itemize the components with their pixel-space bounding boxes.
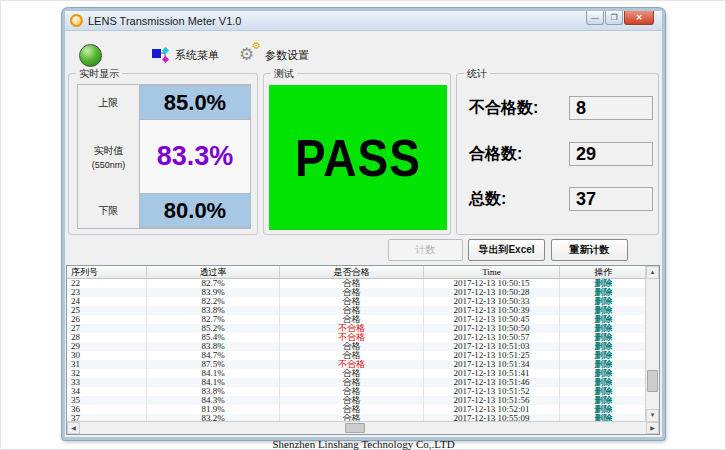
delete-link[interactable]: 删除 xyxy=(560,351,647,360)
table-row: 2785.2%不合格2017-12-13 10:50:50删除 xyxy=(67,324,659,333)
app-window: LENS Transmission Meter V1.0 — ❐ ✕ 系统菜单 … xyxy=(62,8,665,440)
cell-serial: 34 xyxy=(67,387,147,396)
cell-transmittance: 87.5% xyxy=(147,360,280,369)
cell-result: 合格 xyxy=(280,369,424,378)
cell-serial: 32 xyxy=(67,369,147,378)
table-row: 2682.7%合格2017-12-13 10:50:45删除 xyxy=(67,315,659,324)
cell-time: 2017-12-13 10:51:03 xyxy=(424,342,560,351)
cell-time: 2017-12-13 10:51:56 xyxy=(424,396,560,405)
table-row: 3284.1%合格2017-12-13 10:51:41删除 xyxy=(67,369,659,378)
cell-time: 2017-12-13 10:50:33 xyxy=(424,297,560,306)
upper-limit-value: 85.0% xyxy=(139,85,250,120)
delete-link[interactable]: 删除 xyxy=(560,297,647,306)
header-transmittance: 透过率 xyxy=(147,266,280,278)
pass-count-value: 29 xyxy=(569,142,653,166)
cell-result: 合格 xyxy=(280,315,424,324)
table-row: 2282.7%合格2017-12-13 10:50:15删除 xyxy=(67,279,659,288)
cell-transmittance: 82.7% xyxy=(147,315,280,324)
realtime-group-title: 实时显示 xyxy=(76,67,122,81)
cell-transmittance: 81.9% xyxy=(147,405,280,414)
cell-serial: 24 xyxy=(67,297,147,306)
results-table: 序列号 透过率 是否合格 Time 操作 2282.7%合格2017-12-13… xyxy=(66,265,660,435)
cell-serial: 25 xyxy=(67,306,147,315)
current-label-text: 实时值 xyxy=(94,144,124,158)
stats-group: 统计 不合格数: 8 合格数: 29 总数: 37 xyxy=(456,73,659,235)
pass-count-row: 合格数: xyxy=(469,142,569,166)
table-row: 2885.4%不合格2017-12-13 10:50:57删除 xyxy=(67,333,659,342)
export-excel-button[interactable]: 导出到Excel xyxy=(468,239,545,261)
cell-transmittance: 83.8% xyxy=(147,387,280,396)
cell-result: 合格 xyxy=(280,288,424,297)
delete-link[interactable]: 删除 xyxy=(560,324,647,333)
cell-result: 合格 xyxy=(280,279,424,288)
vertical-scrollbar[interactable]: ▲ ▼ xyxy=(645,266,659,423)
system-menu-button[interactable]: 系统菜单 xyxy=(151,45,219,65)
delete-link[interactable]: 删除 xyxy=(560,387,647,396)
delete-link[interactable]: 删除 xyxy=(560,306,647,315)
lower-limit-value: 80.0% xyxy=(139,193,250,228)
cell-result: 不合格 xyxy=(280,360,424,369)
cell-result: 合格 xyxy=(280,405,424,414)
delete-link[interactable]: 删除 xyxy=(560,405,647,414)
scroll-right-icon[interactable]: ▶ xyxy=(646,422,659,434)
horizontal-scroll-thumb[interactable] xyxy=(345,423,365,433)
cell-time: 2017-12-13 10:50:50 xyxy=(424,324,560,333)
cell-transmittance: 82.7% xyxy=(147,279,280,288)
scroll-left-icon[interactable]: ◀ xyxy=(67,422,80,434)
current-wavelength: (550nm) xyxy=(92,160,126,170)
recount-button[interactable]: 重新计数 xyxy=(551,239,628,261)
delete-link[interactable]: 删除 xyxy=(560,378,647,387)
maximize-button[interactable]: ❐ xyxy=(605,11,623,25)
table-row: 2983.8%合格2017-12-13 10:51:03删除 xyxy=(67,342,659,351)
cell-serial: 23 xyxy=(67,288,147,297)
pass-count-label: 合格数: xyxy=(469,144,569,165)
header-operation: 操作 xyxy=(560,266,647,278)
close-button[interactable]: ✕ xyxy=(624,11,654,25)
cell-transmittance: 83.9% xyxy=(147,288,280,297)
test-group-title: 测试 xyxy=(271,67,297,81)
delete-link[interactable]: 删除 xyxy=(560,360,647,369)
system-menu-label: 系统菜单 xyxy=(175,48,219,63)
cell-result: 合格 xyxy=(280,378,424,387)
minimize-button[interactable]: — xyxy=(586,11,604,25)
header-serial: 序列号 xyxy=(67,266,147,278)
cell-serial: 35 xyxy=(67,396,147,405)
cell-result: 合格 xyxy=(280,306,424,315)
cell-time: 2017-12-13 10:51:52 xyxy=(424,387,560,396)
cell-serial: 29 xyxy=(67,342,147,351)
window-title: LENS Transmission Meter V1.0 xyxy=(88,15,241,27)
delete-link[interactable]: 删除 xyxy=(560,369,647,378)
table-row: 3384.1%合格2017-12-13 10:51:46删除 xyxy=(67,378,659,387)
lower-limit-row: 下限 80.0% xyxy=(78,193,250,228)
cell-transmittance: 83.8% xyxy=(147,306,280,315)
system-menu-icon xyxy=(151,46,169,64)
settings-button[interactable]: ⚙⚙ 参数设置 xyxy=(239,45,309,65)
cell-time: 2017-12-13 10:50:28 xyxy=(424,288,560,297)
cell-serial: 31 xyxy=(67,360,147,369)
horizontal-scrollbar[interactable]: ◀ ▶ xyxy=(67,421,659,434)
current-value: 83.3% xyxy=(139,120,250,193)
cell-transmittance: 85.2% xyxy=(147,324,280,333)
vertical-scroll-thumb[interactable] xyxy=(647,370,658,392)
delete-link[interactable]: 删除 xyxy=(560,315,647,324)
delete-link[interactable]: 删除 xyxy=(560,333,647,342)
delete-link[interactable]: 删除 xyxy=(560,342,647,351)
window-controls: — ❐ ✕ xyxy=(585,11,654,25)
delete-link[interactable]: 删除 xyxy=(560,396,647,405)
cell-serial: 26 xyxy=(67,315,147,324)
table-row: 2583.8%合格2017-12-13 10:50:39删除 xyxy=(67,306,659,315)
scroll-up-icon[interactable]: ▲ xyxy=(646,266,659,279)
delete-link[interactable]: 删除 xyxy=(560,279,647,288)
cell-time: 2017-12-13 10:50:45 xyxy=(424,315,560,324)
cell-serial: 30 xyxy=(67,351,147,360)
delete-link[interactable]: 删除 xyxy=(560,288,647,297)
upper-limit-label: 上限 xyxy=(78,85,139,120)
titlebar[interactable]: LENS Transmission Meter V1.0 xyxy=(65,11,662,31)
cell-time: 2017-12-13 10:51:41 xyxy=(424,369,560,378)
realtime-group: 实时显示 上限 85.0% 实时值 (550nm) 83.3% 下限 80.0% xyxy=(68,73,258,235)
header-result: 是否合格 xyxy=(280,266,424,278)
current-value-label: 实时值 (550nm) xyxy=(78,120,139,193)
count-button[interactable]: 计数 xyxy=(388,239,463,261)
cell-transmittance: 83.8% xyxy=(147,342,280,351)
table-row: 3187.5%不合格2017-12-13 10:51:34删除 xyxy=(67,360,659,369)
